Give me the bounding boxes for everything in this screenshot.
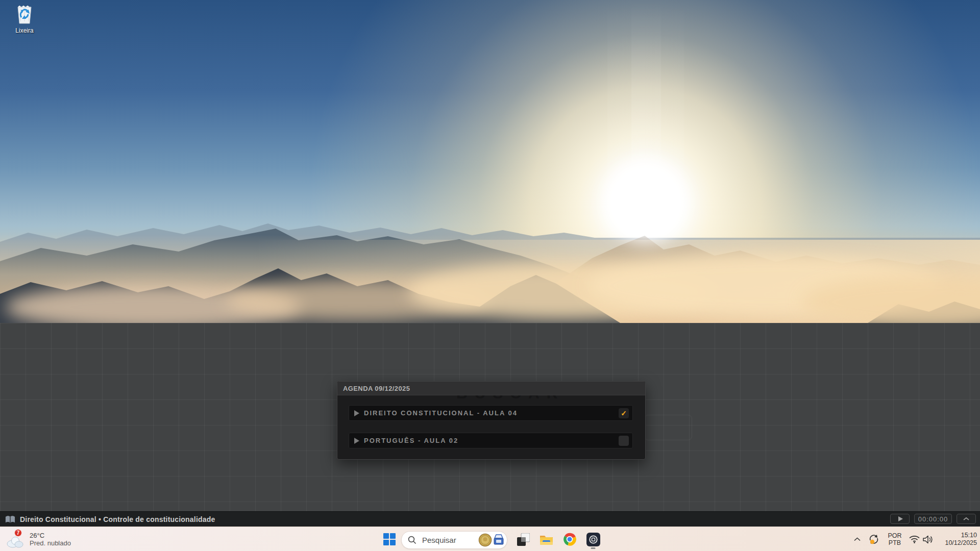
wifi-icon	[909, 535, 920, 543]
agenda-title: AGENDA 09/12/2025	[343, 385, 410, 392]
recording-app-button[interactable]	[583, 529, 603, 549]
agenda-item-label: DIREITO CONSTITUCIONAL - AULA 04	[364, 409, 619, 417]
search-box[interactable]	[401, 531, 507, 549]
desktop-screen: Lixeira BUSCAR AGENDA 09/12/2025 DIREITO…	[0, 0, 980, 551]
volume-button[interactable]	[921, 527, 936, 551]
play-icon	[898, 516, 903, 521]
medal-case-icon	[493, 534, 504, 546]
gold-medal-icon	[478, 533, 492, 547]
recycle-bin-label: Lixeira	[15, 27, 33, 34]
agenda-window: BUSCAR AGENDA 09/12/2025 DIREITO CONSTIT…	[337, 381, 646, 460]
search-icon	[408, 536, 416, 544]
agenda-item-checkbox-checked[interactable]: ✓	[619, 408, 629, 418]
cloud-icon	[6, 536, 23, 548]
agenda-item-portugues[interactable]: PORTUGUÊS - AULA 02	[349, 433, 633, 448]
running-app-indicator	[591, 547, 596, 549]
recycle-bin-icon	[15, 4, 34, 26]
agenda-item-checkbox-unchecked[interactable]	[619, 436, 629, 446]
tray-time: 15:10	[961, 532, 977, 539]
language-indicator[interactable]: POR PTB	[884, 527, 905, 551]
search-input[interactable]	[421, 535, 474, 545]
task-view-button[interactable]	[513, 529, 533, 549]
weather-condition: Pred. nublado	[30, 539, 71, 547]
collapse-button[interactable]	[957, 514, 976, 524]
book-icon	[5, 515, 15, 523]
sync-status-button[interactable]	[867, 527, 881, 551]
chrome-icon	[563, 533, 576, 546]
play-icon	[354, 438, 359, 444]
wifi-button[interactable]	[908, 527, 921, 551]
timer-display: 00:00:00	[914, 514, 952, 524]
agenda-titlebar[interactable]: AGENDA 09/12/2025	[337, 382, 645, 395]
notification-badge: 7	[14, 529, 22, 537]
recycle-bin-shortcut[interactable]: Lixeira	[5, 4, 44, 35]
folder-icon	[540, 534, 553, 545]
weather-widget[interactable]: 7 26°C Pred. nublado	[3, 527, 74, 551]
chevron-up-icon	[854, 537, 861, 541]
chrome-button[interactable]	[559, 529, 580, 549]
wallpaper-image	[0, 0, 980, 323]
file-explorer-button[interactable]	[536, 529, 556, 549]
weather-temperature: 26°C	[30, 532, 71, 539]
clock-widget[interactable]: 15:10 10/12/2025	[938, 527, 977, 551]
now-playing-text: Direito Constitucional • Controle de con…	[20, 515, 215, 523]
speaker-icon	[923, 535, 934, 544]
background-ghost-button	[644, 415, 692, 440]
play-button[interactable]	[890, 514, 910, 524]
windows-logo-icon	[383, 533, 396, 545]
player-bar: Direito Constitucional • Controle de con…	[0, 511, 980, 527]
chevron-up-icon	[963, 517, 969, 521]
tray-overflow-button[interactable]	[850, 527, 864, 551]
play-icon	[354, 410, 359, 416]
sync-icon	[868, 533, 880, 545]
recording-app-icon	[586, 533, 600, 546]
player-controls: 00:00:00	[890, 514, 976, 524]
start-button[interactable]	[379, 529, 400, 549]
task-view-icon	[517, 533, 530, 546]
agenda-item-label: PORTUGUÊS - AULA 02	[364, 437, 619, 444]
agenda-item-direito-constitucional[interactable]: DIREITO CONSTITUCIONAL - AULA 04 ✓	[349, 405, 633, 421]
language-line2: PTB	[889, 539, 901, 546]
language-line1: POR	[888, 532, 901, 539]
taskbar: 7 26°C Pred. nublado	[0, 527, 980, 551]
tray-date: 10/12/2025	[945, 539, 977, 547]
